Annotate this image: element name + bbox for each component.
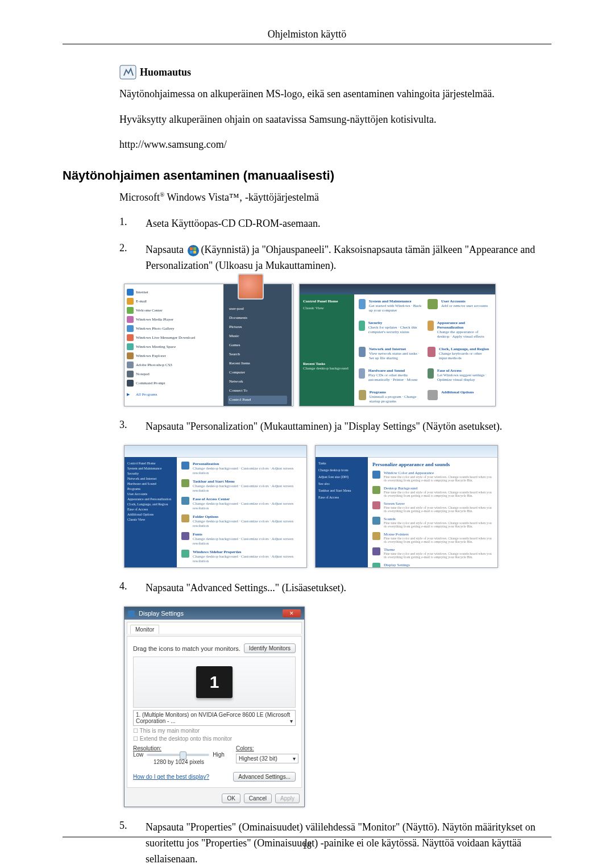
page-number: 18 bbox=[302, 841, 312, 850]
personalize-item[interactable]: Desktop BackgroundFine tune the color an… bbox=[372, 486, 493, 497]
note-text-2: Hyväksytty alkuperäinen ohjain on saatav… bbox=[119, 111, 551, 128]
note-url: http://www.samsung.com/ bbox=[119, 136, 551, 153]
personalize-panel-mock: TasksChange desktop iconsAdjust font siz… bbox=[315, 445, 498, 568]
figure-startmenu-controlpanel: InternetE-mailWelcome CenterWindows Medi… bbox=[124, 284, 551, 406]
cp-category[interactable]: Clock, Language, and RegionChange keyboa… bbox=[428, 347, 491, 360]
section-title: Näytönohjaimen asentaminen (manuaalisest… bbox=[63, 168, 551, 183]
os-line: Microsoft® Windows Vista™‚ -käyttöjärjes… bbox=[119, 191, 551, 203]
sidebar-link[interactable]: See also bbox=[318, 482, 365, 485]
cp-category[interactable]: System and MaintenanceGet started with W… bbox=[359, 299, 422, 313]
sidebar-link[interactable]: Appearance and Personalization bbox=[127, 497, 174, 501]
note-label: Huomautus bbox=[140, 67, 191, 78]
startmenu-right-item[interactable]: Recent Items bbox=[228, 359, 287, 368]
startmenu-item[interactable]: Windows Explorer bbox=[127, 351, 221, 360]
startmenu-item[interactable]: Internet bbox=[127, 288, 221, 297]
apply-button: Apply bbox=[275, 794, 300, 803]
sidebar-link[interactable]: Ease of Access bbox=[127, 508, 174, 511]
startmenu-right-item[interactable]: user-paul bbox=[228, 305, 287, 313]
identify-monitors-button[interactable]: Identify Monitors bbox=[244, 643, 296, 653]
sidebar-link[interactable]: Ease of Access bbox=[318, 496, 365, 499]
resolution-label: Resolution: bbox=[133, 745, 225, 751]
monitor-select[interactable]: 1. (Multiple Monitors) on NVIDIA GeForce… bbox=[133, 710, 296, 726]
svg-rect-3 bbox=[193, 247, 196, 250]
cancel-button[interactable]: Cancel bbox=[244, 794, 272, 803]
start-orb-icon bbox=[187, 244, 200, 257]
startmenu-right-item[interactable]: Control Panel bbox=[228, 396, 287, 404]
cp-category[interactable]: Network and InternetView network status … bbox=[359, 347, 422, 360]
sidebar-link[interactable]: Tasks bbox=[318, 462, 365, 465]
startmenu-item[interactable]: Adobe Photoshop CS3 bbox=[127, 360, 221, 369]
sidebar-link[interactable]: User Accounts bbox=[127, 492, 174, 496]
tab-monitor[interactable]: Monitor bbox=[130, 625, 159, 634]
best-display-link[interactable]: How do I get the best display? bbox=[133, 774, 209, 780]
personalize-item[interactable]: Mouse PointersFine tune the color and st… bbox=[372, 532, 493, 543]
resolution-slider[interactable]: Low High bbox=[133, 751, 225, 758]
startmenu-item[interactable]: Command Prompt bbox=[127, 379, 221, 388]
dialog-title: Display Settings bbox=[128, 610, 184, 617]
sidebar-link[interactable]: Hardware and Sound bbox=[127, 482, 174, 485]
startmenu-right-item[interactable]: Computer bbox=[228, 368, 287, 377]
startmenu-item[interactable]: E-mail bbox=[127, 297, 221, 306]
cp-category[interactable]: Hardware and SoundPlay CDs or other medi… bbox=[359, 368, 422, 382]
personalize-item[interactable]: SoundsFine tune the color and style of y… bbox=[372, 517, 493, 528]
personalize-title: Personalize appearance and sounds bbox=[372, 462, 493, 467]
startmenu-item[interactable]: Windows Meeting Space bbox=[127, 342, 221, 351]
startmenu-right-item[interactable]: Default Programs bbox=[228, 405, 287, 413]
step-4: 4. Napsauta "Advanced Settings..." (Lisä… bbox=[119, 580, 551, 596]
sidebar-link[interactable]: Security bbox=[127, 472, 174, 475]
note-block: Huomautus Näytönohjaimessa on alkuperäin… bbox=[119, 65, 551, 153]
cp-category[interactable]: User AccountsAdd or remove user accounts bbox=[428, 299, 491, 313]
sidebar-link[interactable]: Change desktop icons bbox=[318, 468, 365, 472]
close-icon[interactable]: ✕ bbox=[283, 609, 301, 617]
appearance-item[interactable]: FontsChange desktop background · Customi… bbox=[181, 532, 302, 546]
cp-category[interactable]: Additional Options bbox=[428, 390, 491, 404]
sidebar-link[interactable]: Control Panel Home bbox=[127, 462, 174, 465]
all-programs[interactable]: ▶All Programs bbox=[127, 390, 221, 399]
cp-category[interactable]: ProgramsUninstall a program · Change sta… bbox=[359, 390, 422, 404]
startmenu-right-item[interactable]: Network bbox=[228, 377, 287, 386]
appearance-item[interactable]: Windows Sidebar PropertiesChange desktop… bbox=[181, 550, 302, 563]
svg-rect-2 bbox=[190, 247, 193, 250]
sidebar-link[interactable]: Adjust font size (DPI) bbox=[318, 475, 365, 479]
ok-button[interactable]: OK bbox=[222, 794, 240, 803]
sidebar-link[interactable]: Network and Internet bbox=[127, 477, 174, 480]
startmenu-right-item[interactable]: Documents bbox=[228, 314, 287, 322]
startmenu-right-item[interactable]: Pictures bbox=[228, 323, 287, 331]
svg-rect-4 bbox=[190, 251, 193, 254]
cp-category[interactable]: Appearance and PersonalizationChange the… bbox=[428, 321, 491, 339]
appearance-item[interactable]: Ease of Access CenterChange desktop back… bbox=[181, 497, 302, 510]
appearance-item[interactable]: PersonalizationChange desktop background… bbox=[181, 462, 302, 475]
sidebar-link[interactable]: Additional Options bbox=[127, 513, 174, 516]
appearance-item[interactable]: Folder OptionsChange desktop background … bbox=[181, 514, 302, 528]
appearance-panel-mock: Control Panel HomeSystem and Maintenance… bbox=[124, 445, 307, 568]
personalize-item[interactable]: Screen SaverFine tune the color and styl… bbox=[372, 501, 493, 513]
advanced-settings-button[interactable]: Advanced Settings... bbox=[233, 772, 296, 782]
monitor-icon[interactable]: 1 bbox=[196, 666, 233, 698]
colors-select[interactable]: Highest (32 bit)▾ bbox=[236, 754, 298, 763]
startmenu-right-item[interactable]: Games bbox=[228, 341, 287, 350]
startmenu-right-item[interactable]: Music bbox=[228, 332, 287, 340]
personalize-item[interactable]: Window Color and AppearanceFine tune the… bbox=[372, 471, 493, 482]
avatar bbox=[238, 273, 264, 300]
sidebar-link[interactable]: Clock, Language, and Region bbox=[127, 502, 174, 506]
sidebar-link[interactable]: System and Maintenance bbox=[127, 467, 174, 470]
startmenu-right-item[interactable]: Help and Support bbox=[228, 414, 287, 422]
figure-personalization: Control Panel HomeSystem and Maintenance… bbox=[124, 445, 551, 568]
personalize-item[interactable]: ThemeFine tune the color and style of yo… bbox=[372, 547, 493, 559]
startmenu-item[interactable]: Windows Media Player bbox=[127, 315, 221, 324]
cp-category[interactable]: SecurityCheck for updates · Check this c… bbox=[359, 321, 422, 339]
sidebar-link[interactable]: Programs bbox=[127, 487, 174, 491]
startmenu-item[interactable]: Notepad bbox=[127, 369, 221, 379]
cp-category[interactable]: Ease of AccessLet Windows suggest settin… bbox=[428, 368, 491, 382]
note-text-1: Näytönohjaimessa on alkuperäinen MS-logo… bbox=[119, 85, 551, 103]
startmenu-right-item[interactable]: Search bbox=[228, 350, 287, 359]
sidebar-link[interactable]: Taskbar and Start Menu bbox=[318, 489, 365, 492]
personalize-item[interactable]: Display SettingsFine tune the color and … bbox=[372, 563, 493, 568]
startmenu-item[interactable]: Windows Live Messenger Download bbox=[127, 333, 221, 342]
startmenu-item[interactable]: Welcome Center bbox=[127, 306, 221, 315]
sidebar-link[interactable]: Classic View bbox=[127, 518, 174, 521]
startmenu-item[interactable]: Windows Photo Gallery bbox=[127, 324, 221, 333]
figure-display-settings: Display Settings ✕ Monitor Drag the icon… bbox=[124, 607, 551, 807]
appearance-item[interactable]: Taskbar and Start MenuChange desktop bac… bbox=[181, 479, 302, 493]
startmenu-right-item[interactable]: Connect To bbox=[228, 387, 287, 395]
